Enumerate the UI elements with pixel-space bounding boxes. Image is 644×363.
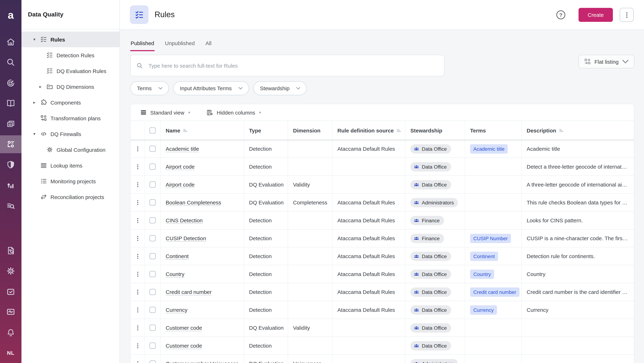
row-checkbox[interactable] (150, 307, 156, 313)
column-header-rule-definition-source[interactable]: Rule definition source (332, 121, 405, 140)
stewardship-badge[interactable]: Finance (410, 216, 444, 225)
row-checkbox[interactable] (150, 360, 156, 363)
tab-published[interactable]: Published (130, 39, 154, 51)
row-checkbox[interactable] (150, 289, 156, 295)
sort-icon[interactable] (396, 128, 401, 133)
row-kebab-menu-icon[interactable] (134, 163, 141, 170)
stewardship-badge[interactable]: Data Office (410, 180, 451, 189)
rail-item-audit-icon[interactable] (0, 242, 22, 259)
row-checkbox[interactable] (150, 253, 156, 259)
row-checkbox[interactable] (150, 342, 156, 349)
filter-input-attributes-terms[interactable]: Input Attributes Terms (173, 81, 249, 95)
row-checkbox[interactable] (150, 235, 156, 241)
row-kebab-menu-icon[interactable] (134, 181, 141, 188)
stewardship-badge[interactable]: Data Office (410, 144, 451, 153)
sidebar-item-detection-rules[interactable]: Detection Rules (22, 47, 120, 63)
caret-expanded-icon[interactable]: ▾ (31, 37, 38, 42)
stewardship-badge[interactable]: Data Office (410, 287, 451, 297)
caret-collapsed-icon[interactable]: ▸ (31, 100, 38, 105)
header-kebab-menu-button[interactable] (620, 8, 634, 22)
rule-name-link[interactable]: Academic title (166, 146, 199, 152)
rule-name-link[interactable]: Airport code (166, 164, 195, 170)
sidebar-item-reconciliation-projects[interactable]: Reconciliation projects (22, 189, 120, 205)
row-kebab-menu-icon[interactable] (134, 307, 141, 313)
filter-terms[interactable]: Terms (130, 81, 169, 95)
row-kebab-menu-icon[interactable] (134, 217, 141, 224)
hidden-columns-dropdown[interactable]: Hidden columns ▾ (206, 109, 261, 116)
rail-item-search-icon[interactable] (0, 53, 22, 71)
rail-item-home-icon[interactable] (0, 33, 22, 51)
rule-name-link[interactable]: CINS Detection (166, 217, 203, 223)
rule-name-link[interactable]: Credit card number (166, 289, 212, 295)
term-chip[interactable]: Credit card number (470, 287, 520, 297)
column-header-description[interactable]: Description (522, 121, 634, 140)
ataccama-logo[interactable]: a (0, 7, 22, 24)
select-all-checkbox[interactable] (150, 127, 156, 133)
stewardship-badge[interactable]: Data Office (410, 251, 451, 261)
stewardship-badge[interactable]: Data Office (410, 323, 451, 332)
rule-name-link[interactable]: Country (166, 271, 184, 277)
row-kebab-menu-icon[interactable] (134, 146, 141, 152)
stewardship-badge[interactable]: Data Office (410, 162, 451, 171)
term-chip[interactable]: Currency (470, 305, 497, 314)
rail-item-system-health-icon[interactable] (0, 303, 22, 321)
sort-icon[interactable] (559, 128, 563, 133)
rule-name-link[interactable]: CUSIP Detection (166, 235, 206, 241)
rule-name-link[interactable]: Airport code (166, 182, 195, 188)
row-checkbox[interactable] (150, 217, 156, 223)
rule-name-link[interactable]: Currency (166, 307, 188, 313)
rail-item-reports-icon[interactable] (0, 176, 22, 194)
row-kebab-menu-icon[interactable] (134, 253, 141, 259)
row-checkbox[interactable] (150, 146, 156, 152)
sidebar-item-dq-firewalls[interactable]: ▾DQ Firewalls (22, 126, 120, 142)
row-kebab-menu-icon[interactable] (134, 235, 141, 241)
sidebar-item-global-configuration[interactable]: Global Configuration (22, 142, 120, 158)
row-checkbox[interactable] (150, 164, 156, 170)
rail-item-data-explorer-icon[interactable] (0, 197, 22, 215)
row-kebab-menu-icon[interactable] (134, 324, 141, 331)
view-selector-dropdown[interactable]: Standard view ▾ (140, 109, 190, 116)
tab-unpublished[interactable]: Unpublished (164, 39, 195, 51)
rail-item-settings-icon[interactable] (0, 262, 22, 280)
rail-item-shield-icon[interactable] (0, 156, 22, 174)
sidebar-item-dq-dimensions[interactable]: ▸DQ Dimensions (22, 79, 120, 95)
rail-item-discovery-icon[interactable] (0, 74, 22, 92)
stewardship-badge[interactable]: Administrators (410, 359, 458, 363)
row-checkbox[interactable] (150, 182, 156, 188)
stewardship-badge[interactable]: Data Office (410, 341, 451, 350)
tab-all[interactable]: All (205, 39, 212, 51)
sidebar-item-dq-evaluation-rules[interactable]: DQ Evaluation Rules (22, 63, 120, 79)
column-header-name[interactable]: Name (161, 121, 244, 140)
caret-collapsed-icon[interactable]: ▸ (37, 84, 44, 89)
row-kebab-menu-icon[interactable] (134, 342, 141, 349)
filter-stewardship[interactable]: Stewardship (253, 81, 306, 95)
row-kebab-menu-icon[interactable] (134, 271, 141, 277)
term-chip[interactable]: Academic title (470, 144, 508, 153)
rule-name-link[interactable]: Customer code (166, 342, 202, 349)
sidebar-item-transformation-plans[interactable]: Transformation plans (22, 110, 120, 126)
stewardship-badge[interactable]: Data Office (410, 269, 451, 279)
row-checkbox[interactable] (150, 271, 156, 277)
row-kebab-menu-icon[interactable] (134, 360, 141, 363)
stewardship-badge[interactable]: Finance (410, 234, 444, 243)
row-kebab-menu-icon[interactable] (134, 199, 141, 206)
caret-expanded-icon[interactable]: ▾ (31, 131, 38, 136)
row-checkbox[interactable] (150, 199, 156, 205)
user-avatar[interactable]: NL (0, 347, 22, 358)
rule-name-link[interactable]: Customer code (166, 325, 202, 331)
rule-name-link[interactable]: Boolean Completeness (166, 199, 221, 205)
row-checkbox[interactable] (150, 325, 156, 331)
rail-item-data-quality-icon[interactable] (0, 135, 22, 153)
term-chip[interactable]: Country (470, 269, 494, 279)
search-input[interactable] (148, 62, 438, 69)
rail-item-tasks-icon[interactable] (0, 283, 22, 301)
sort-icon[interactable] (183, 128, 188, 133)
term-chip[interactable]: Continent (470, 251, 498, 261)
create-button[interactable]: Create (578, 8, 613, 22)
stewardship-badge[interactable]: Data Office (410, 305, 451, 314)
term-chip[interactable]: CUSIP Number (470, 234, 511, 243)
listing-mode-dropdown[interactable]: Flat listing (579, 55, 634, 68)
sidebar-item-components[interactable]: ▸Components (22, 95, 120, 110)
sidebar-item-rules[interactable]: ▾Rules (22, 32, 120, 47)
rule-name-link[interactable]: Customer number Uniqueness (166, 360, 238, 363)
